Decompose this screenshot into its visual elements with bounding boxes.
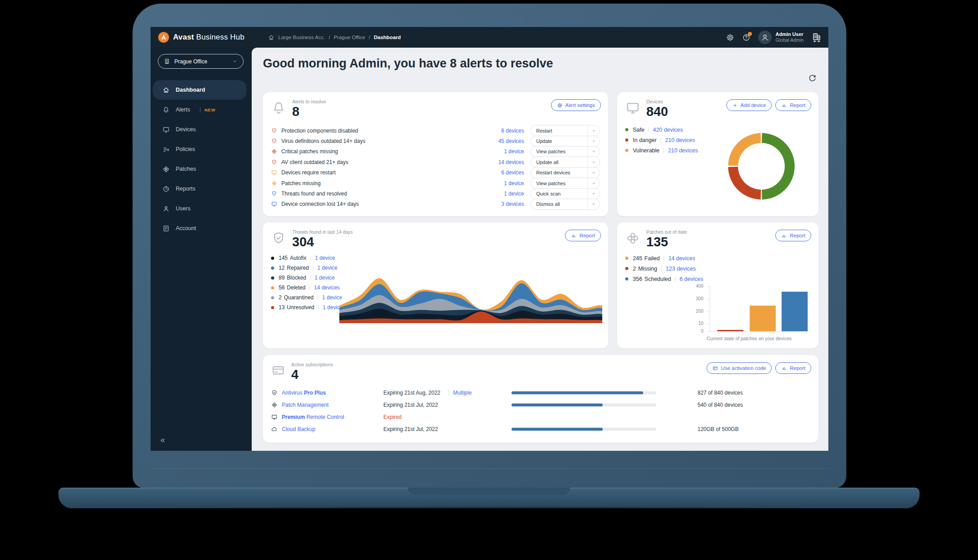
laptop-lid-seam [148,468,831,469]
alert-devices-link[interactable]: 6 devices [501,169,524,176]
alert-action-dropdown[interactable]: Update [530,136,600,147]
sidebar-item[interactable]: Devices [153,120,246,139]
breadcrumb-account[interactable]: Large Business Acc. [278,35,325,40]
sidebar-item[interactable]: Alerts NEW [153,100,246,120]
alert-devices-link[interactable]: 1 device [504,148,524,155]
subscription-multiple-link[interactable]: Multiple [453,390,471,396]
alert-action-label: Restart devices [531,170,587,175]
alert-action-dropdown[interactable]: Restart devices [530,167,600,178]
subscription-usage: 827 of 840 devices [698,390,743,396]
patches-report-button[interactable]: Report [775,230,811,241]
settings-gear-icon[interactable] [726,33,734,42]
avast-logo-icon [158,32,169,43]
use-activation-code-button[interactable]: Use activation code [707,362,772,374]
subscription-icon [271,413,278,420]
subscription-name-link[interactable]: Patch Management [282,402,329,408]
legend-label: Blocked [287,275,306,281]
subscription-name-link[interactable]: Premium Remote Control [282,414,344,420]
alert-action-dropdown[interactable]: Dismiss all [530,199,600,210]
bar-chart-icon [781,365,787,371]
legend-devices-link[interactable]: 6 devices [680,276,703,282]
alert-settings-button[interactable]: Alert settings [551,99,601,111]
legend-devices-link[interactable]: 1 device [315,275,335,281]
alert-row: Threats found and resolved 1 device Quic… [271,188,600,199]
devices-legend: Safe 420 devices In danger 210 devices V… [625,124,698,156]
alert-action-dropdown[interactable]: View patches [530,146,600,157]
bar-chart-icon [571,233,577,239]
sidebar-item[interactable]: Patches [153,159,246,179]
sidebar-item-label: Account [176,225,196,231]
bar-chart-icon [781,233,787,239]
legend-devices-link[interactable]: 210 devices [665,137,695,143]
bar-missing [717,330,743,331]
legend-devices-link[interactable]: 14 devices [314,284,340,291]
devices-card: Devices 840 Add device Report Safe 420 d… [617,92,818,216]
org-switcher-icon[interactable] [811,32,822,43]
alerts-card: Alerts to resolve 8 Alert settings Prote… [263,92,608,216]
chevron-down-icon [591,128,596,133]
subscription-name-link[interactable]: Antivirus Pro Plus [282,390,326,396]
legend-devices-link[interactable]: 1 device [315,255,335,261]
devices-report-button[interactable]: Report [775,99,811,111]
legend-devices-link[interactable]: 123 devices [666,266,696,272]
patches-card-title: Patches out of date [646,229,687,235]
devices-donut-chart [728,133,795,200]
subscription-progress-fill [511,427,603,431]
user-name: Admin User [776,31,804,38]
breadcrumb-sep: / [369,35,370,40]
subscription-name: Cloud Backup [282,426,316,432]
alert-type-icon [271,148,277,155]
alert-row: Patches missing 1 device View patches [271,178,600,188]
sidebar-item[interactable]: Policies [153,139,246,159]
subscription-name: Patch Management [282,402,329,408]
alert-devices-link[interactable]: 1 device [504,180,524,187]
alerts-card-title: Alerts to resolve [292,99,326,104]
chevron-down-icon [591,138,596,144]
home-icon [268,34,275,41]
legend-value: 2 [633,266,636,272]
subscription-name-link[interactable]: Cloud Backup [282,426,316,432]
sidebar-item[interactable]: Account [153,218,246,238]
alert-action-dropdown[interactable]: Update all [530,156,600,168]
y-axis-label: 200 [684,309,703,314]
alert-devices-link[interactable]: 45 devices [498,138,524,144]
sidebar-item[interactable]: Dashboard [153,80,246,100]
subscription-progress-bar [511,391,656,394]
alert-action-dropdown[interactable]: View patches [530,178,600,189]
alert-row: Critical patches missing 1 device View p… [271,147,600,157]
legend-devices-link[interactable]: 14 devices [668,255,695,262]
alert-devices-link[interactable]: 6 devices [501,128,524,134]
alert-row: Virus definitions outdated 14+ days 45 d… [271,136,600,146]
alert-label: Critical patches missing [281,148,338,155]
chevron-down-icon [232,58,238,64]
legend-devices-link[interactable]: 420 devices [653,127,683,133]
threats-report-button[interactable]: Report [565,230,601,241]
topbar: Avast Business Hub Large Business Acc. /… [151,27,828,48]
alert-devices-link[interactable]: 14 devices [498,159,524,165]
subscription-row: Cloud Backup Expiring 21st Jul, 2022 120… [271,423,810,435]
legend-devices-link[interactable]: 1 device [317,265,338,271]
breadcrumb: Large Business Acc. / Prague Office / Da… [268,27,401,48]
sidebar-collapse-button[interactable] [159,436,167,444]
patches-report-label: Report [790,233,805,238]
alert-action-dropdown[interactable]: Quick scan [530,188,600,200]
sidebar-item-icon [162,225,170,232]
refresh-button[interactable] [808,74,817,83]
subscription-expiry: Expiring 21st Jul, 2022 [383,402,438,408]
site-selector-label: Prague Office [174,58,207,65]
alert-action-dropdown[interactable]: Restart [530,125,600,136]
help-icon[interactable] [742,33,751,42]
sidebar-item[interactable]: Users [153,199,246,218]
alert-devices-link[interactable]: 3 devices [501,201,524,207]
add-device-button[interactable]: Add device [726,99,772,111]
user-menu[interactable]: Admin User Global Admin [758,31,804,44]
alert-devices-link[interactable]: 1 device [504,191,524,197]
legend-devices-link[interactable]: 210 devices [668,147,698,154]
sidebar-item-icon [162,106,170,114]
subscriptions-report-button[interactable]: Report [775,362,811,374]
breadcrumb-site[interactable]: Prague Office [333,35,365,40]
site-selector[interactable]: Prague Office [158,54,244,69]
alert-row: Device connection lost 14+ days 3 device… [271,199,600,209]
breadcrumb-sep: / [329,35,330,40]
sidebar-item[interactable]: Reports [153,179,246,199]
